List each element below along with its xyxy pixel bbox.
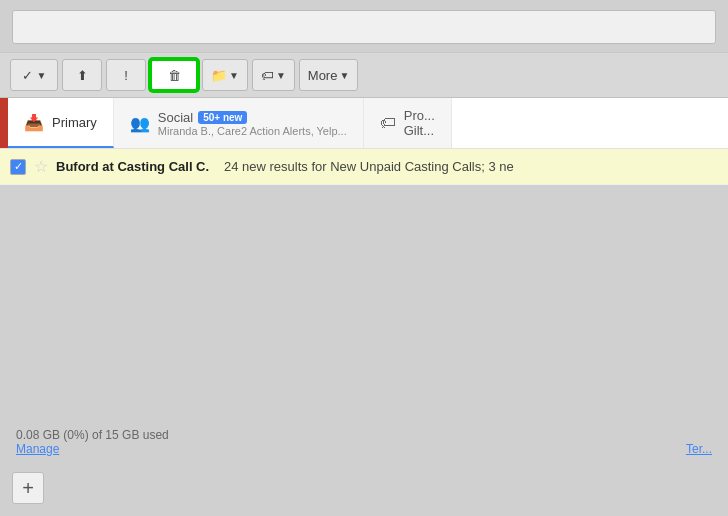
trash-icon: 🗑 xyxy=(168,68,181,83)
more-dropdown-icon: ▼ xyxy=(339,70,349,81)
tab-primary[interactable]: 📥 Primary xyxy=(8,98,114,148)
select-button[interactable]: ✓ ▼ xyxy=(10,59,58,91)
report-spam-button[interactable]: ! xyxy=(106,59,146,91)
archive-icon: ⬆ xyxy=(77,68,88,83)
social-badge: 50+ new xyxy=(198,111,247,124)
select-dropdown-icon: ▼ xyxy=(37,70,47,81)
label-dropdown-icon: ▼ xyxy=(276,70,286,81)
label-icon: 🏷 xyxy=(261,68,274,83)
tab-promotions[interactable]: 🏷 Pro... Gilt... xyxy=(364,98,452,148)
tab-social[interactable]: 👥 Social 50+ new Miranda B., Care2 Actio… xyxy=(114,98,364,148)
add-button[interactable]: + xyxy=(12,472,44,504)
footer-storage: 0.08 GB (0%) of 15 GB used Manage xyxy=(16,428,169,456)
plus-icon: + xyxy=(22,477,34,500)
inbox-icon: 📥 xyxy=(24,113,44,132)
folder-icon: 📁 xyxy=(211,68,227,83)
tab-social-label: Social xyxy=(158,110,193,125)
star-icon[interactable]: ☆ xyxy=(34,157,48,176)
tab-social-subtext: Miranda B., Care2 Action Alerts, Yelp... xyxy=(158,125,347,137)
table-row[interactable]: ☆ Buford at Casting Call C. 24 new resul… xyxy=(0,149,728,185)
label-button[interactable]: 🏷 ▼ xyxy=(252,59,295,91)
spam-icon: ! xyxy=(124,68,128,83)
email-subject: 24 new results for New Unpaid Casting Ca… xyxy=(224,159,718,174)
delete-button[interactable]: 🗑 xyxy=(150,59,198,91)
tab-promotions-content: Pro... Gilt... xyxy=(404,108,435,138)
tab-social-content: Social 50+ new Miranda B., Care2 Action … xyxy=(158,110,347,137)
email-checkbox[interactable] xyxy=(10,159,26,175)
folder-dropdown-icon: ▼ xyxy=(229,70,239,81)
move-to-button[interactable]: 📁 ▼ xyxy=(202,59,248,91)
search-bar[interactable] xyxy=(12,10,716,44)
tab-promotions-subtext: Gilt... xyxy=(404,123,434,138)
tag-icon: 🏷 xyxy=(380,114,396,132)
tab-social-top: Social 50+ new xyxy=(158,110,347,125)
toolbar: ✓ ▼ ⬆ ! 🗑 📁 ▼ 🏷 ▼ More ▼ xyxy=(0,52,728,98)
red-sidebar-bar xyxy=(0,98,8,148)
people-icon: 👥 xyxy=(130,114,150,133)
tab-promotions-top: Pro... xyxy=(404,108,435,123)
storage-text: 0.08 GB (0%) of 15 GB used xyxy=(16,428,169,442)
archive-button[interactable]: ⬆ xyxy=(62,59,102,91)
tabs-area: 📥 Primary 👥 Social 50+ new Miranda B., C… xyxy=(0,98,728,149)
more-label: More xyxy=(308,68,338,83)
tab-promotions-label: Pro... xyxy=(404,108,435,123)
email-sender: Buford at Casting Call C. xyxy=(56,159,216,174)
checkmark-icon: ✓ xyxy=(22,68,33,83)
more-button[interactable]: More ▼ xyxy=(299,59,359,91)
tab-primary-label: Primary xyxy=(52,115,97,130)
manage-link[interactable]: Manage xyxy=(16,442,59,456)
search-bar-area xyxy=(0,0,728,52)
footer-terms[interactable]: Ter... xyxy=(686,442,712,456)
email-list: ☆ Buford at Casting Call C. 24 new resul… xyxy=(0,149,728,185)
